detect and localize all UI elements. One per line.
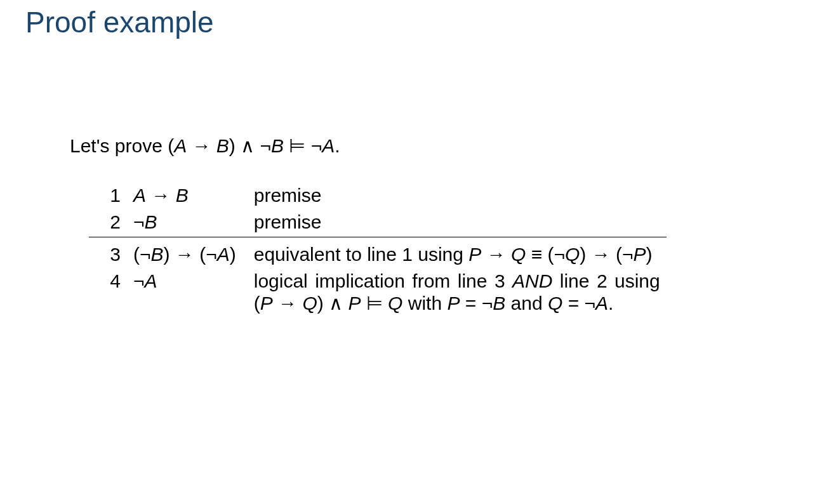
line-number: 2 [89, 209, 127, 237]
var-Q: Q [548, 293, 562, 314]
proof-table: 1 A → B premise 2 ¬B premise 3 (¬B) → (¬… [89, 182, 667, 317]
intro-line: Let's prove (A → B) ∧ ¬B ⊨ ¬A. [70, 135, 792, 157]
proof-row: 3 (¬B) → (¬A) equivalent to line 1 using… [89, 237, 667, 269]
var-A: A [217, 244, 230, 265]
var-A: A [133, 185, 146, 206]
var-P: P [260, 293, 273, 314]
proof-row: 1 A → B premise [89, 182, 667, 209]
var-B: B [145, 211, 157, 232]
entails-icon: ⊨ [361, 293, 388, 314]
formula-cell: ¬B [127, 209, 248, 237]
var-Q: Q [302, 293, 317, 314]
var-P: P [468, 244, 481, 265]
word-and: AND [512, 270, 552, 291]
var-B: B [493, 293, 505, 314]
paren: ) [646, 244, 653, 265]
just-text: and [505, 293, 548, 314]
var-A: A [174, 135, 187, 156]
just-text: equivalent to line 1 using [254, 244, 469, 265]
var-B: B [216, 135, 229, 156]
var-A: A [595, 293, 608, 314]
line-number: 3 [89, 237, 127, 269]
var-P: P [634, 244, 646, 265]
intro-text: ) ∧ ¬ [229, 135, 271, 156]
proof-row: 2 ¬B premise [89, 209, 667, 237]
eq-icon: = ¬ [460, 293, 493, 314]
var-Q: Q [565, 244, 580, 265]
formula-cell: ¬A [127, 268, 248, 317]
var-B: B [271, 135, 284, 156]
neg-icon: ¬ [133, 270, 145, 291]
var-Q: Q [388, 293, 402, 314]
arrow-icon: → [481, 244, 511, 265]
intro-entails: ⊨ ¬ [284, 135, 322, 156]
arrow-icon: → [273, 293, 303, 314]
proof-row: 4 ¬A logical implication from line 3 AND… [89, 268, 667, 317]
just-text: logical implication from line 3 [254, 270, 512, 291]
paren: (¬ [133, 244, 151, 265]
neg-icon: ¬ [133, 211, 145, 232]
justification-cell: logical implication from line 3 AND line… [248, 268, 667, 317]
just-text: . [608, 293, 613, 314]
intro-text: Let's prove ( [70, 135, 174, 156]
slide-title: Proof example [25, 0, 792, 135]
var-B: B [176, 185, 189, 206]
var-A: A [322, 135, 335, 156]
var-Q: Q [511, 244, 526, 265]
just-text: ) ∧ [317, 293, 349, 314]
intro-period: . [335, 135, 340, 156]
justification-cell: premise [248, 182, 667, 209]
line-number: 1 [89, 182, 127, 209]
justification-cell: premise [248, 209, 667, 237]
var-P: P [447, 293, 460, 314]
var-A: A [145, 270, 157, 291]
justification-cell: equivalent to line 1 using P → Q ≡ (¬Q) … [248, 237, 667, 269]
line-number: 4 [89, 268, 127, 317]
paren: ) [230, 244, 236, 265]
slide: Proof example Let's prove (A → B) ∧ ¬B ⊨… [0, 0, 817, 504]
eq-icon: = ¬ [562, 293, 595, 314]
just-text: with [402, 293, 447, 314]
formula-cell: A → B [127, 182, 248, 209]
var-B: B [151, 244, 164, 265]
arrow-icon: → [146, 185, 176, 206]
intro-arrow: → [187, 135, 216, 156]
var-P: P [348, 293, 361, 314]
arrow-icon: ) → (¬ [580, 244, 633, 265]
arrow-icon: ) → (¬ [164, 244, 217, 265]
equiv-icon: ≡ (¬ [526, 244, 565, 265]
formula-cell: (¬B) → (¬A) [127, 237, 248, 269]
